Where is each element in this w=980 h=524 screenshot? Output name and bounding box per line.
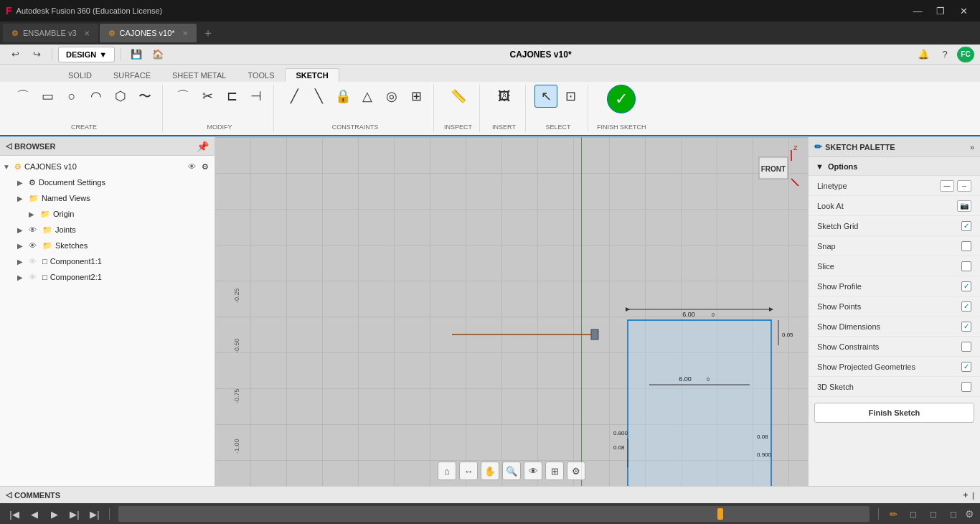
timeline-icon2[interactable]: □	[905, 506, 922, 522]
tab-solid[interactable]: SOLID	[57, 68, 103, 82]
circle-tool[interactable]: ○	[60, 85, 83, 108]
help-button[interactable]: ?	[936, 47, 954, 62]
design-dropdown[interactable]: DESIGN ▼	[58, 47, 115, 62]
concentric-tool[interactable]: ◎	[380, 85, 403, 108]
timeline-icon4[interactable]: □	[945, 506, 962, 522]
user-avatar[interactable]: FC	[957, 47, 974, 62]
tree-item-sketches[interactable]: ▶ 👁 📁 Sketches	[0, 238, 215, 253]
tree-item-named-views[interactable]: ▶ 📁 Named Views	[0, 190, 215, 206]
root-settings-icon[interactable]: ⚙	[202, 162, 209, 172]
notification-button[interactable]: 🔔	[914, 47, 933, 62]
comp2-expander[interactable]: ▶	[17, 273, 26, 281]
tab-ensamble[interactable]: ⚙ ENSAMBLE v3 ✕	[3, 24, 98, 42]
linetype-solid-btn[interactable]: —	[940, 180, 954, 192]
fillet-tool[interactable]: ⌒	[171, 85, 194, 108]
tree-item-root[interactable]: ▼ ⚙ CAJONES v10 👁 ⚙	[0, 159, 215, 174]
timeline-start-btn[interactable]: |◀	[6, 506, 23, 522]
tab-close-cajones[interactable]: ✕	[182, 29, 188, 37]
tree-item-origin[interactable]: ▶ 📁 Origin	[0, 206, 215, 222]
spline-tool[interactable]: 〜	[133, 85, 156, 108]
doc-expander[interactable]: ▶	[17, 179, 26, 187]
root-visibility-icon[interactable]: 👁	[188, 162, 196, 171]
minimize-button[interactable]: —	[907, 4, 928, 18]
palette-expand-icon[interactable]: »	[970, 143, 974, 151]
root-expander[interactable]: ▼	[3, 163, 11, 171]
show-points-checkbox[interactable]	[961, 301, 971, 312]
tangent-tool[interactable]: △	[356, 85, 379, 108]
browser-collapse-icon[interactable]: ◁	[6, 141, 11, 151]
comp2-visibility-icon[interactable]: 👁	[29, 273, 37, 281]
undo-button[interactable]: ↩	[6, 47, 24, 62]
home-button[interactable]: 🏠	[149, 47, 167, 62]
tab-cajones[interactable]: ⚙ CAJONES v10* ✕	[100, 24, 197, 42]
arc-tool[interactable]: ◠	[85, 85, 108, 108]
show-constraints-checkbox[interactable]	[961, 342, 971, 352]
canvas-view-icon[interactable]: 👁	[524, 462, 542, 480]
symmetry-tool[interactable]: ⊞	[405, 85, 428, 108]
timeline-icon3[interactable]: □	[925, 506, 942, 522]
slice-checkbox[interactable]	[961, 261, 971, 271]
add-comment-icon[interactable]: ＋	[961, 490, 969, 500]
new-tab-button[interactable]: ＋	[202, 26, 214, 41]
tree-item-doc-settings[interactable]: ▶ ⚙ Document Settings	[0, 174, 215, 190]
tab-sheet-metal[interactable]: SHEET METAL	[161, 68, 237, 82]
canvas-home-icon[interactable]: ⌂	[438, 462, 456, 480]
select-other-tool[interactable]: ⊡	[559, 85, 582, 108]
lock-tool[interactable]: 🔒	[331, 85, 354, 108]
polygon-tool[interactable]: ⬡	[109, 85, 132, 108]
timeline-end-btn[interactable]: ▶|	[86, 506, 103, 522]
canvas-fit-icon[interactable]: ↔	[459, 462, 478, 480]
line-tool[interactable]: ⌒	[11, 85, 34, 108]
comp1-visibility-icon[interactable]: 👁	[29, 257, 37, 266]
comp1-expander[interactable]: ▶	[17, 258, 26, 266]
mirror-tool[interactable]: ⊣	[245, 85, 268, 108]
canvas-settings-icon[interactable]: ⚙	[567, 462, 585, 480]
close-button[interactable]: ✕	[953, 4, 974, 18]
sketches-expander[interactable]: ▶	[17, 242, 26, 250]
canvas[interactable]: -1.00 -0.75 -0.50 -0.25 6.00 0 0.05 6.00…	[215, 137, 808, 486]
offset-tool[interactable]: ⊏	[220, 85, 243, 108]
select-tool[interactable]: ↖	[534, 85, 557, 108]
tab-close-ensamble[interactable]: ✕	[84, 29, 90, 37]
sketch-grid-checkbox[interactable]	[961, 221, 971, 231]
tree-item-component1[interactable]: ▶ 👁 □ Component1:1	[0, 253, 215, 269]
insert-image-tool[interactable]: 🖼	[493, 85, 516, 108]
collinear-tool[interactable]: ╲	[307, 85, 330, 108]
timeline-prev-btn[interactable]: ◀	[26, 506, 43, 522]
show-profile-checkbox[interactable]	[961, 281, 971, 291]
timeline-area[interactable]	[118, 506, 870, 522]
tab-surface[interactable]: SURFACE	[103, 68, 161, 82]
viewcube[interactable]: FRONT Z	[745, 143, 802, 193]
options-section-header[interactable]: ▼ Options	[809, 157, 980, 176]
restore-button[interactable]: ❐	[930, 4, 951, 18]
measure-tool[interactable]: 📏	[447, 85, 470, 108]
redo-button[interactable]: ↪	[27, 47, 46, 62]
tree-item-joints[interactable]: ▶ 👁 📁 Joints	[0, 222, 215, 238]
joints-visibility-icon[interactable]: 👁	[29, 225, 37, 234]
finish-sketch-button[interactable]: Finish Sketch	[814, 403, 974, 423]
tree-item-component2[interactable]: ▶ 👁 □ Component2:1	[0, 269, 215, 285]
browser-pin-icon[interactable]: 📌	[197, 141, 209, 152]
tab-tools[interactable]: TOOLS	[237, 68, 285, 82]
canvas-pan-icon[interactable]: ✋	[481, 462, 499, 480]
finish-sketch-ribbon-btn[interactable]: ✓	[607, 85, 636, 113]
origin-expander[interactable]: ▶	[29, 210, 37, 218]
sketches-visibility-icon[interactable]: 👁	[29, 241, 37, 250]
coincident-tool[interactable]: ╱	[283, 85, 306, 108]
canvas-zoom-icon[interactable]: 🔍	[502, 462, 521, 480]
canvas-grid-icon[interactable]: ⊞	[545, 462, 564, 480]
show-projected-checkbox[interactable]	[961, 362, 971, 372]
linetype-dashed-btn[interactable]: --	[957, 180, 971, 192]
timeline-sketch-icon[interactable]: ✏	[885, 506, 902, 522]
named-views-expander[interactable]: ▶	[17, 195, 26, 202]
snap-checkbox[interactable]	[961, 241, 971, 251]
save-button[interactable]: 💾	[127, 47, 146, 62]
look-at-button[interactable]: 📷	[957, 200, 971, 212]
show-dimensions-checkbox[interactable]	[961, 322, 971, 332]
joints-expander[interactable]: ▶	[17, 226, 26, 234]
timeline-next-btn[interactable]: ▶|	[66, 506, 83, 522]
window-controls[interactable]: — ❐ ✕	[907, 4, 974, 18]
rect-tool[interactable]: ▭	[36, 85, 59, 108]
comments-pin-icon[interactable]: |	[972, 491, 974, 500]
timeline-settings-icon[interactable]: ⚙	[965, 508, 974, 520]
